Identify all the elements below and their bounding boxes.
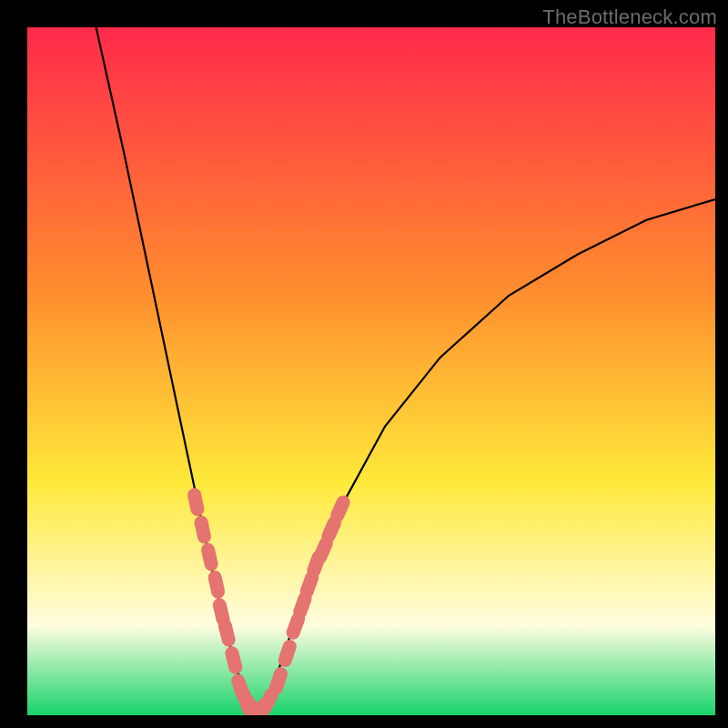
marker-point	[195, 495, 197, 510]
gradient-background	[27, 27, 715, 715]
marker-point	[265, 695, 271, 708]
bottleneck-chart	[27, 27, 715, 715]
marker-point	[215, 578, 217, 592]
watermark-text: TheBottleneck.com	[542, 5, 717, 29]
marker-point	[307, 578, 312, 592]
marker-point	[285, 646, 289, 660]
marker-point	[320, 543, 327, 557]
chart-container: TheBottleneck.com	[0, 0, 728, 728]
marker-point	[300, 599, 305, 612]
marker-point	[232, 653, 236, 668]
marker-point	[219, 605, 223, 620]
marker-point	[338, 502, 344, 516]
plot-area	[27, 27, 715, 715]
marker-point	[293, 619, 298, 632]
marker-point	[276, 674, 280, 688]
marker-point	[225, 626, 228, 641]
marker-point	[201, 522, 204, 537]
marker-point	[208, 550, 212, 564]
marker-point	[329, 523, 335, 537]
